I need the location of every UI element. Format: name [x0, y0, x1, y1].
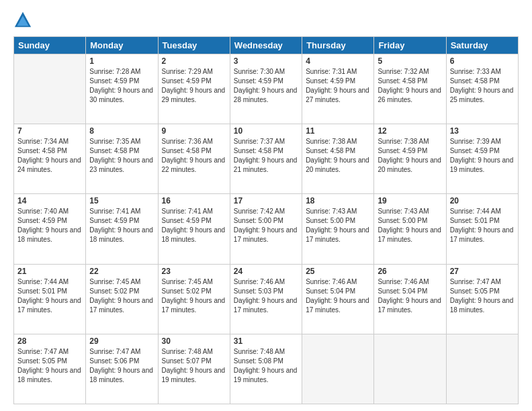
- calendar-cell: 4Sunrise: 7:31 AMSunset: 4:59 PMDaylight…: [302, 54, 374, 124]
- calendar-table: SundayMondayTuesdayWednesdayThursdayFrid…: [13, 36, 519, 404]
- cell-sun-info: Sunrise: 7:46 AMSunset: 5:04 PMDaylight:…: [378, 277, 442, 315]
- logo: [13, 11, 34, 30]
- day-number: 23: [162, 267, 226, 276]
- calendar-cell: 31Sunrise: 7:48 AMSunset: 5:08 PMDayligh…: [230, 334, 302, 404]
- day-number: 4: [306, 56, 370, 66]
- calendar-cell: [14, 54, 86, 124]
- cell-sun-info: Sunrise: 7:38 AMSunset: 4:59 PMDaylight:…: [378, 137, 442, 175]
- cell-sun-info: Sunrise: 7:45 AMSunset: 5:02 PMDaylight:…: [89, 277, 154, 315]
- calendar-cell: 23Sunrise: 7:45 AMSunset: 5:02 PMDayligh…: [158, 264, 230, 334]
- calendar-cell: 27Sunrise: 7:47 AMSunset: 5:05 PMDayligh…: [446, 264, 518, 334]
- cell-sun-info: Sunrise: 7:28 AMSunset: 4:59 PMDaylight:…: [89, 67, 154, 105]
- cell-sun-info: Sunrise: 7:48 AMSunset: 5:08 PMDaylight:…: [234, 347, 298, 385]
- page: SundayMondayTuesdayWednesdayThursdayFrid…: [0, 0, 532, 411]
- calendar-cell: [446, 334, 518, 404]
- logo-icon: [13, 11, 32, 30]
- calendar-week-row: 1Sunrise: 7:28 AMSunset: 4:59 PMDaylight…: [14, 54, 519, 124]
- day-number: 20: [450, 196, 515, 205]
- cell-sun-info: Sunrise: 7:39 AMSunset: 4:59 PMDaylight:…: [450, 137, 515, 175]
- day-number: 18: [306, 196, 370, 205]
- cell-sun-info: Sunrise: 7:41 AMSunset: 4:59 PMDaylight:…: [162, 207, 226, 244]
- header: [13, 11, 519, 30]
- cell-sun-info: Sunrise: 7:37 AMSunset: 4:58 PMDaylight:…: [234, 137, 298, 175]
- cell-sun-info: Sunrise: 7:33 AMSunset: 4:58 PMDaylight:…: [450, 67, 515, 105]
- cell-sun-info: Sunrise: 7:47 AMSunset: 5:05 PMDaylight:…: [17, 347, 82, 385]
- day-number: 1: [89, 56, 154, 66]
- calendar-cell: 22Sunrise: 7:45 AMSunset: 5:02 PMDayligh…: [86, 264, 158, 334]
- cell-sun-info: Sunrise: 7:42 AMSunset: 5:00 PMDaylight:…: [234, 207, 298, 244]
- day-number: 16: [162, 196, 226, 205]
- day-number: 10: [234, 126, 298, 136]
- day-number: 14: [17, 196, 82, 205]
- calendar-cell: [302, 334, 374, 404]
- day-number: 15: [89, 196, 154, 205]
- day-number: 7: [17, 126, 82, 136]
- calendar-day-header: Sunday: [14, 37, 86, 54]
- day-number: 11: [306, 126, 370, 136]
- calendar-cell: 25Sunrise: 7:46 AMSunset: 5:04 PMDayligh…: [302, 264, 374, 334]
- day-number: 30: [162, 336, 226, 346]
- day-number: 22: [89, 267, 154, 276]
- day-number: 24: [234, 267, 298, 276]
- day-number: 8: [89, 126, 154, 136]
- calendar-day-header: Saturday: [446, 37, 518, 54]
- cell-sun-info: Sunrise: 7:48 AMSunset: 5:07 PMDaylight:…: [162, 347, 226, 385]
- calendar-cell: [374, 334, 446, 404]
- day-number: 5: [378, 56, 442, 66]
- calendar-week-row: 21Sunrise: 7:44 AMSunset: 5:01 PMDayligh…: [14, 264, 519, 334]
- calendar-cell: 24Sunrise: 7:46 AMSunset: 5:03 PMDayligh…: [230, 264, 302, 334]
- cell-sun-info: Sunrise: 7:43 AMSunset: 5:00 PMDaylight:…: [306, 207, 370, 244]
- calendar-cell: 30Sunrise: 7:48 AMSunset: 5:07 PMDayligh…: [158, 334, 230, 404]
- calendar-week-row: 14Sunrise: 7:40 AMSunset: 4:59 PMDayligh…: [14, 194, 519, 264]
- cell-sun-info: Sunrise: 7:47 AMSunset: 5:05 PMDaylight:…: [450, 277, 515, 315]
- calendar-week-row: 7Sunrise: 7:34 AMSunset: 4:58 PMDaylight…: [14, 124, 519, 194]
- cell-sun-info: Sunrise: 7:32 AMSunset: 4:58 PMDaylight:…: [378, 67, 442, 105]
- calendar-cell: 20Sunrise: 7:44 AMSunset: 5:01 PMDayligh…: [446, 194, 518, 264]
- calendar-cell: 13Sunrise: 7:39 AMSunset: 4:59 PMDayligh…: [446, 124, 518, 194]
- day-number: 25: [306, 267, 370, 276]
- calendar-cell: 5Sunrise: 7:32 AMSunset: 4:58 PMDaylight…: [374, 54, 446, 124]
- calendar-cell: 8Sunrise: 7:35 AMSunset: 4:58 PMDaylight…: [86, 124, 158, 194]
- cell-sun-info: Sunrise: 7:41 AMSunset: 4:59 PMDaylight:…: [89, 207, 154, 244]
- calendar-cell: 6Sunrise: 7:33 AMSunset: 4:58 PMDaylight…: [446, 54, 518, 124]
- day-number: 17: [234, 196, 298, 205]
- day-number: 29: [89, 336, 154, 346]
- calendar-cell: 3Sunrise: 7:30 AMSunset: 4:59 PMDaylight…: [230, 54, 302, 124]
- day-number: 2: [162, 56, 226, 66]
- day-number: 31: [234, 336, 298, 346]
- calendar-cell: 10Sunrise: 7:37 AMSunset: 4:58 PMDayligh…: [230, 124, 302, 194]
- calendar-cell: 14Sunrise: 7:40 AMSunset: 4:59 PMDayligh…: [14, 194, 86, 264]
- calendar-day-header: Tuesday: [158, 37, 230, 54]
- cell-sun-info: Sunrise: 7:34 AMSunset: 4:58 PMDaylight:…: [17, 137, 82, 175]
- calendar-cell: 19Sunrise: 7:43 AMSunset: 5:00 PMDayligh…: [374, 194, 446, 264]
- calendar-cell: 16Sunrise: 7:41 AMSunset: 4:59 PMDayligh…: [158, 194, 230, 264]
- calendar-day-header: Monday: [86, 37, 158, 54]
- cell-sun-info: Sunrise: 7:31 AMSunset: 4:59 PMDaylight:…: [306, 67, 370, 105]
- day-number: 26: [378, 267, 442, 276]
- day-number: 19: [378, 196, 442, 205]
- calendar-day-header: Wednesday: [230, 37, 302, 54]
- calendar-cell: 12Sunrise: 7:38 AMSunset: 4:59 PMDayligh…: [374, 124, 446, 194]
- cell-sun-info: Sunrise: 7:35 AMSunset: 4:58 PMDaylight:…: [89, 137, 154, 175]
- day-number: 28: [17, 336, 82, 346]
- cell-sun-info: Sunrise: 7:30 AMSunset: 4:59 PMDaylight:…: [234, 67, 298, 105]
- calendar-cell: 15Sunrise: 7:41 AMSunset: 4:59 PMDayligh…: [86, 194, 158, 264]
- calendar-cell: 2Sunrise: 7:29 AMSunset: 4:59 PMDaylight…: [158, 54, 230, 124]
- day-number: 21: [17, 267, 82, 276]
- calendar-cell: 7Sunrise: 7:34 AMSunset: 4:58 PMDaylight…: [14, 124, 86, 194]
- day-number: 13: [450, 126, 515, 136]
- cell-sun-info: Sunrise: 7:36 AMSunset: 4:58 PMDaylight:…: [162, 137, 226, 175]
- day-number: 6: [450, 56, 515, 66]
- cell-sun-info: Sunrise: 7:46 AMSunset: 5:03 PMDaylight:…: [234, 277, 298, 315]
- calendar-day-header: Friday: [374, 37, 446, 54]
- cell-sun-info: Sunrise: 7:44 AMSunset: 5:01 PMDaylight:…: [17, 277, 82, 315]
- calendar-day-header: Thursday: [302, 37, 374, 54]
- cell-sun-info: Sunrise: 7:38 AMSunset: 4:58 PMDaylight:…: [306, 137, 370, 175]
- cell-sun-info: Sunrise: 7:29 AMSunset: 4:59 PMDaylight:…: [162, 67, 226, 105]
- calendar-cell: 18Sunrise: 7:43 AMSunset: 5:00 PMDayligh…: [302, 194, 374, 264]
- calendar-cell: 1Sunrise: 7:28 AMSunset: 4:59 PMDaylight…: [86, 54, 158, 124]
- calendar-cell: 21Sunrise: 7:44 AMSunset: 5:01 PMDayligh…: [14, 264, 86, 334]
- calendar-cell: 9Sunrise: 7:36 AMSunset: 4:58 PMDaylight…: [158, 124, 230, 194]
- calendar-cell: 11Sunrise: 7:38 AMSunset: 4:58 PMDayligh…: [302, 124, 374, 194]
- calendar-header-row: SundayMondayTuesdayWednesdayThursdayFrid…: [14, 37, 519, 54]
